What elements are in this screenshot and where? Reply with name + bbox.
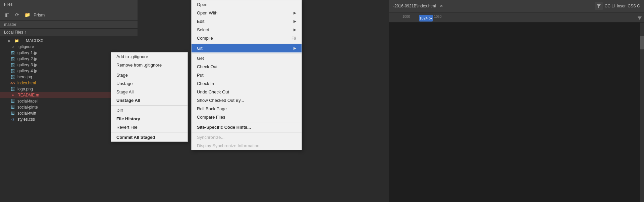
site-label: Prism (34, 12, 45, 17)
folder-expand-icon: ▶ (7, 39, 12, 43)
git-submenu: Add to .gitignore Remove from .gitignore… (111, 52, 188, 142)
insert-label: Inser (617, 4, 626, 8)
filter-icon[interactable] (595, 2, 603, 10)
menu-separator (111, 70, 187, 70)
menu-item-put[interactable]: Put (192, 71, 302, 79)
list-item[interactable]: ⊘ .gitignore (0, 44, 138, 50)
folder-icon: 📁 (23, 11, 31, 18)
files-toolbar: ◧ ⟳ 📁 Prism (0, 9, 138, 21)
submenu-arrow: ▶ (293, 28, 296, 32)
svg-marker-1 (638, 16, 642, 20)
menu-item-open[interactable]: Open (192, 0, 302, 9)
svg-marker-0 (597, 4, 601, 8)
cc-label: CC Li (605, 4, 615, 8)
ruler-mark-1050: 1050 (434, 15, 451, 22)
css-file-icon: {} (10, 117, 15, 121)
context-menu: Open Open With ▶ Edit ▶ Select ▶ Compile… (191, 0, 302, 150)
list-item[interactable]: ▶ 📁 __MACOSX (0, 38, 138, 44)
menu-item-unstage[interactable]: Unstage (111, 79, 187, 88)
ruler-mark-1000: 1000 (402, 15, 419, 22)
right-panel: -2016-0921B\index.html ✕ CC Li Inser CSS… (389, 0, 644, 202)
menu-item-add-to-gitignore[interactable]: Add to .gitignore (111, 52, 187, 61)
dimension-badge: 1024 px (419, 15, 433, 22)
image-file-icon: 🖼 (10, 111, 15, 115)
menu-item-unstage-all[interactable]: Unstage All (111, 96, 187, 105)
menu-separator (111, 132, 187, 132)
menu-item-compare-files[interactable]: Compare Files (192, 113, 302, 121)
file-path: -2016-0921B\index.html (393, 4, 436, 8)
submenu-arrow: ▶ (293, 46, 296, 50)
menu-item-undo-check-out[interactable]: Undo Check Out (192, 88, 302, 96)
image-file-icon: 🖼 (10, 99, 15, 103)
menu-item-check-in[interactable]: Check In (192, 79, 302, 88)
menu-item-revert-file[interactable]: Revert File (111, 123, 187, 131)
image-file-icon: 🖼 (10, 87, 15, 91)
ruler: 1000 1024 px 1050 (389, 12, 644, 23)
editor-content (389, 23, 644, 202)
menu-separator (192, 132, 302, 132)
menu-item-roll-back-page[interactable]: Roll Back Page (192, 105, 302, 113)
layout-icon[interactable]: ◧ (3, 11, 11, 18)
image-file-icon: 🖼 (10, 57, 15, 61)
menu-item-check-out[interactable]: Check Out (192, 63, 302, 71)
right-header: -2016-0921B\index.html ✕ CC Li Inser CSS… (389, 0, 644, 12)
local-files-bar: Local Files ↑ (0, 29, 138, 36)
image-file-icon: 🖼 (10, 63, 15, 67)
menu-item-site-specific[interactable]: Site-Specific Code Hints... (192, 123, 302, 131)
menu-item-commit-all-staged[interactable]: Commit All Staged (111, 133, 187, 142)
scrollbar-thumb[interactable] (640, 36, 644, 49)
sync-icon[interactable]: ⟳ (13, 11, 21, 18)
menu-item-select[interactable]: Select ▶ (192, 26, 302, 34)
menu-item-display-synchronize-info: Display Synchronize Information (192, 142, 302, 150)
master-branch: master (0, 21, 138, 29)
menu-item-get[interactable]: Get (192, 54, 302, 63)
menu-separator (192, 122, 302, 122)
submenu-arrow: ▶ (293, 11, 296, 15)
menu-item-synchronize: Synchronize... (192, 133, 302, 142)
html-file-icon: </> (10, 81, 15, 85)
menu-item-show-checked-out-by[interactable]: Show Checked Out By... (192, 96, 302, 105)
menu-item-diff[interactable]: Diff (111, 106, 187, 115)
files-header: Files (0, 0, 138, 9)
menu-item-git[interactable]: Git ▶ (192, 44, 302, 52)
menu-item-file-history[interactable]: File History (111, 115, 187, 123)
image-file-icon: 🖼 (10, 105, 15, 109)
menu-item-remove-from-gitignore[interactable]: Remove from .gitignore (111, 61, 187, 69)
git-file-icon: ⊘ (10, 45, 15, 49)
folder-file-icon: 📁 (14, 39, 19, 43)
menu-item-stage-all[interactable]: Stage All (111, 88, 187, 96)
menu-item-compile[interactable]: Compile F9 (192, 34, 302, 42)
readme-file-icon: ✦ (10, 93, 15, 97)
submenu-arrow: ▶ (293, 19, 296, 24)
menu-separator (192, 43, 302, 43)
ruler-handle[interactable] (637, 15, 642, 22)
close-icon[interactable]: ✕ (440, 4, 443, 8)
image-file-icon: 🖼 (10, 75, 15, 79)
menu-item-edit[interactable]: Edit ▶ (192, 17, 302, 26)
css-label: CSS C (628, 4, 640, 8)
menu-separator (192, 53, 302, 53)
image-file-icon: 🖼 (10, 51, 15, 55)
menu-item-stage[interactable]: Stage (111, 71, 187, 79)
menu-item-open-with[interactable]: Open With ▶ (192, 9, 302, 17)
menu-separator (111, 105, 187, 106)
image-file-icon: 🖼 (10, 69, 15, 73)
